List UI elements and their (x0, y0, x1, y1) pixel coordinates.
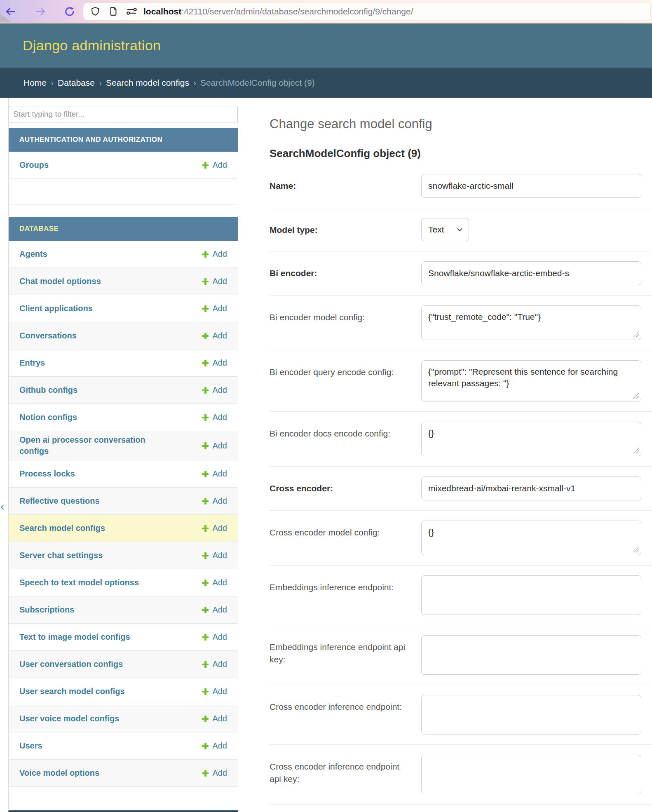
add-entrys-button[interactable]: Add (202, 358, 227, 368)
sidebar-row-text-to-image-model-configs: Text to image model configs Add (9, 624, 238, 651)
sidebar-filter-input[interactable] (9, 106, 238, 122)
sidebar-item-text-to-image-model-configs[interactable]: Text to image model configs (19, 631, 130, 643)
form-row-bi-encoder-docs-encode-config: Bi encoder docs encode config: (270, 412, 652, 467)
sidebar-item-subscriptions[interactable]: Subscriptions (19, 604, 74, 615)
cross-encoder-inference-endpoint-api-key-field[interactable] (421, 755, 641, 794)
cross-encoder-inference-endpoint-field[interactable] (421, 695, 641, 735)
reload-icon[interactable] (63, 5, 77, 19)
bi-encoder-docs-encode-config-label: Bi encoder docs encode config: (270, 422, 421, 440)
sidebar-item-process-locks[interactable]: Process locks (19, 468, 75, 479)
sidebar-item-user-conversation-configs[interactable]: User conversation configs (19, 659, 123, 670)
add-user-conversation-configs-button[interactable]: Add (202, 659, 227, 669)
embeddings-inference-endpoint-api-key-field[interactable] (421, 635, 641, 675)
sidebar-item-user-voice-model-configs[interactable]: User voice model configs (19, 713, 119, 724)
add-label: Add (212, 441, 227, 451)
shield-icon[interactable] (89, 5, 101, 18)
add-conversations-button[interactable]: Add (202, 331, 227, 340)
add-notion-configs-button[interactable]: Add (202, 413, 227, 422)
cross-encoder-model-config-label: Cross encoder model config: (270, 521, 421, 539)
plus-icon (202, 770, 209, 777)
add-subscriptions-button[interactable]: Add (202, 605, 227, 615)
add-user-voice-model-configs-button[interactable]: Add (202, 714, 227, 723)
breadcrumb-separator: › (99, 78, 102, 88)
model-type-select[interactable]: Text (421, 218, 469, 241)
sidebar-row-notion-configs: Notion configs Add (9, 404, 238, 431)
add-text-to-image-model-configs-button[interactable]: Add (202, 632, 227, 642)
add-open-ai-processor-conversation-configs-button[interactable]: Add (202, 441, 227, 451)
form-row-bi-encoder: Bi encoder: (270, 251, 652, 296)
sidebar-row-reflective-questions: Reflective questions Add (9, 488, 238, 515)
sidebar-item-speech-to-text-model-optionss[interactable]: Speech to text model optionss (19, 577, 139, 588)
sidebar-item-groups[interactable]: Groups (19, 160, 49, 171)
page-icon[interactable] (107, 5, 120, 18)
embeddings-inference-endpoint-field[interactable] (421, 575, 641, 615)
sidebar-item-users[interactable]: Users (19, 740, 42, 751)
change-form: Name: Model type: Text Bi encoder: Bi en… (270, 164, 652, 812)
sidebar-item-entrys[interactable]: Entrys (19, 357, 45, 368)
form-row-bi-encoder-confidence-threshold: Bi encoder confidence threshold: (270, 805, 652, 812)
add-client-applications-button[interactable]: Add (202, 304, 227, 313)
sidebar-item-github-configs[interactable]: Github configs (19, 385, 77, 396)
add-label: Add (212, 768, 227, 778)
breadcrumb-link-home[interactable]: Home (23, 78, 47, 88)
add-label: Add (212, 523, 227, 533)
bi-encoder-query-encode-config-field[interactable] (421, 360, 641, 401)
sidebar-item-server-chat-settingss[interactable]: Server chat settingss (19, 550, 103, 561)
form-row-cross-encoder-model-config: Cross encoder model config: (270, 511, 652, 566)
chevron-down-icon (457, 225, 463, 235)
breadcrumb-link-search-model-configs[interactable]: Search model configs (106, 78, 189, 88)
bi-encoder-model-config-field[interactable] (421, 305, 641, 340)
sidebar-item-client-applications[interactable]: Client applications (19, 303, 93, 314)
form-row-bi-encoder-query-encode-config: Bi encoder query encode config: (270, 350, 652, 412)
site-title[interactable]: Django administration (23, 38, 161, 54)
plus-icon (202, 716, 209, 722)
embeddings-inference-endpoint-label: Embeddings inference endpoint: (270, 575, 421, 594)
add-server-chat-settingss-button[interactable]: Add (202, 551, 227, 560)
sidebar-item-notion-configs[interactable]: Notion configs (19, 412, 77, 423)
breadcrumb-separator: › (51, 78, 54, 88)
cross-encoder-field[interactable] (421, 476, 641, 500)
url-path: :42110/server/admin/database/searchmodel… (181, 7, 413, 16)
add-label: Add (212, 714, 227, 723)
add-groups-button[interactable]: Add (202, 160, 227, 170)
model-type-selected-value: Text (428, 225, 444, 235)
content-columns: ‹ AUTHENTICATION AND AUTHORIZATION Group… (0, 98, 652, 812)
sidebar-item-conversations[interactable]: Conversations (19, 330, 77, 341)
sidebar-collapse-toggle[interactable]: ‹ (0, 501, 4, 512)
add-reflective-questions-button[interactable]: Add (202, 496, 227, 506)
add-user-search-model-configs-button[interactable]: Add (202, 687, 227, 696)
name-field[interactable] (421, 174, 641, 198)
sidebar-item-chat-model-optionss[interactable]: Chat model optionss (19, 276, 101, 287)
add-label: Add (212, 469, 227, 479)
sidebar-item-open-ai-processor-conversation-configs[interactable]: Open ai processor conversation configs (19, 434, 155, 457)
sidebar-item-search-model-configs[interactable]: Search model configs (19, 523, 105, 534)
add-label: Add (212, 331, 227, 340)
site-settings-icon[interactable] (125, 5, 138, 18)
url-text[interactable]: localhost:42110/server/admin/database/se… (143, 7, 413, 16)
add-process-locks-button[interactable]: Add (202, 469, 227, 479)
add-github-configs-button[interactable]: Add (202, 385, 227, 395)
add-voice-model-options-button[interactable]: Add (202, 768, 227, 778)
add-agents-button[interactable]: Add (202, 249, 227, 259)
url-bar[interactable]: localhost:42110/server/admin/database/se… (83, 3, 650, 20)
form-row-bi-encoder-model-config: Bi encoder model config: (270, 296, 652, 350)
breadcrumb-link-database[interactable]: Database (58, 78, 95, 88)
plus-icon (202, 634, 209, 641)
add-users-button[interactable]: Add (202, 741, 227, 751)
plus-icon (202, 442, 209, 449)
form-row-embeddings-inference-endpoint-api-key: Embeddings inference endpoint api key: (270, 625, 652, 685)
bi-encoder-field[interactable] (421, 261, 641, 285)
add-search-model-configs-button[interactable]: Add (202, 523, 227, 533)
cross-encoder-model-config-field[interactable] (421, 521, 641, 555)
sidebar-row-user-conversation-configs: User conversation configs Add (9, 651, 238, 678)
bi-encoder-docs-encode-config-field[interactable] (421, 422, 641, 456)
sidebar-item-reflective-questions[interactable]: Reflective questions (19, 495, 100, 507)
sidebar-item-user-search-model-configs[interactable]: User search model configs (19, 686, 125, 697)
cross-encoder-inference-endpoint-api-key-label: Cross encoder inference endpoint api key… (270, 755, 421, 786)
sidebar-item-voice-model-options[interactable]: Voice model options (19, 767, 99, 779)
sidebar-item-agents[interactable]: Agents (19, 249, 47, 260)
add-chat-model-optionss-button[interactable]: Add (202, 277, 227, 286)
add-speech-to-text-model-optionss-button[interactable]: Add (202, 578, 227, 587)
plus-icon (202, 580, 209, 586)
forward-icon[interactable] (34, 5, 48, 19)
